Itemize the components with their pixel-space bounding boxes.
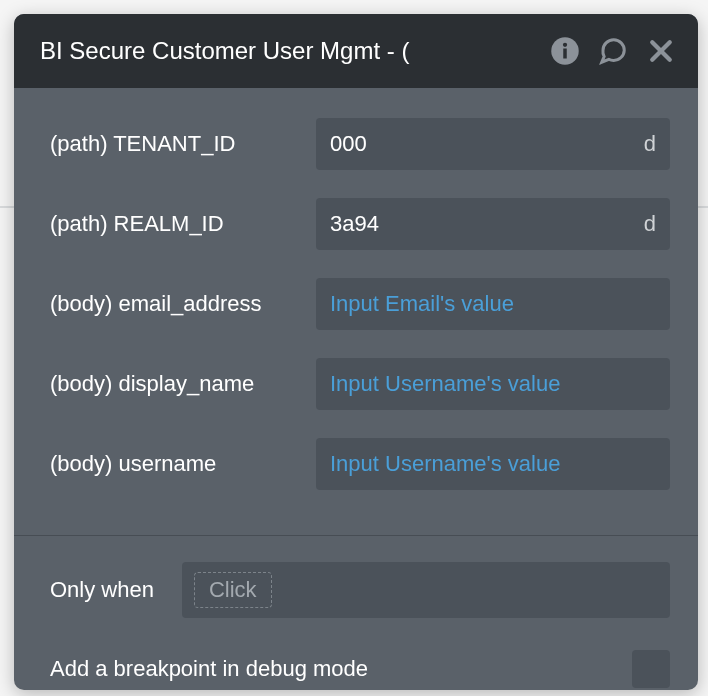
param-row-username: (body) username Input Username's value: [50, 438, 670, 490]
svg-rect-1: [563, 49, 567, 59]
param-placeholder: Input Username's value: [330, 371, 656, 397]
panel-header: BI Secure Customer User Mgmt - (: [14, 14, 698, 88]
param-placeholder: Input Username's value: [330, 451, 656, 477]
config-panel: BI Secure Customer User Mgmt - ( (path) …: [14, 14, 698, 690]
comment-icon[interactable]: [598, 36, 628, 66]
footer: Only when Click Add a breakpoint in debu…: [14, 536, 698, 690]
param-label: (path) REALM_ID: [50, 211, 316, 237]
param-label: (path) TENANT_ID: [50, 131, 316, 157]
condition-chip[interactable]: Click: [194, 572, 272, 608]
condition-row: Only when Click: [50, 562, 670, 618]
breakpoint-checkbox[interactable]: [632, 650, 670, 688]
info-icon[interactable]: [550, 36, 580, 66]
param-label: (body) email_address: [50, 291, 316, 317]
param-field-email[interactable]: Input Email's value: [316, 278, 670, 330]
params-body: (path) TENANT_ID 000 d (path) REALM_ID 3…: [14, 88, 698, 529]
param-label: (body) display_name: [50, 371, 316, 397]
breakpoint-label: Add a breakpoint in debug mode: [50, 656, 632, 682]
param-field-username[interactable]: Input Username's value: [316, 438, 670, 490]
param-field-realm-id[interactable]: 3a94 d: [316, 198, 670, 250]
breakpoint-row: Add a breakpoint in debug mode: [50, 648, 670, 690]
param-row-display-name: (body) display_name Input Username's val…: [50, 358, 670, 410]
panel-title: BI Secure Customer User Mgmt - (: [40, 37, 550, 65]
param-field-tenant-id[interactable]: 000 d: [316, 118, 670, 170]
condition-field[interactable]: Click: [182, 562, 670, 618]
param-row-email: (body) email_address Input Email's value: [50, 278, 670, 330]
param-label: (body) username: [50, 451, 316, 477]
only-when-label: Only when: [50, 577, 154, 603]
param-suffix: d: [644, 131, 656, 157]
header-actions: [550, 36, 676, 66]
param-row-realm-id: (path) REALM_ID 3a94 d: [50, 198, 670, 250]
param-row-tenant-id: (path) TENANT_ID 000 d: [50, 118, 670, 170]
param-suffix: d: [644, 211, 656, 237]
param-value: 000: [330, 131, 644, 157]
param-placeholder: Input Email's value: [330, 291, 656, 317]
svg-point-2: [563, 43, 567, 47]
close-icon[interactable]: [646, 36, 676, 66]
param-field-display-name[interactable]: Input Username's value: [316, 358, 670, 410]
param-value: 3a94: [330, 211, 644, 237]
